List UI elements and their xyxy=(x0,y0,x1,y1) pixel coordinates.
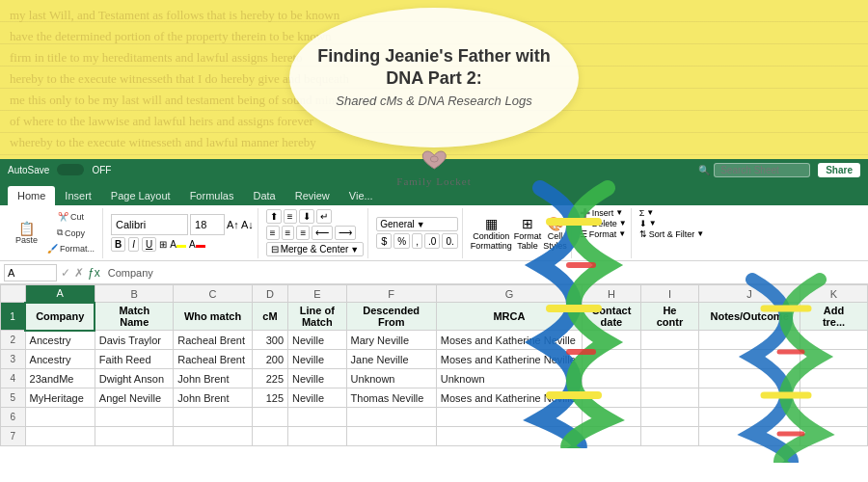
decrease-decimal-button[interactable]: 0. xyxy=(442,233,457,249)
italic-button[interactable]: I xyxy=(128,237,139,252)
cell-g4[interactable]: Unknown xyxy=(436,369,582,388)
cell-f4[interactable]: Unknown xyxy=(346,369,436,388)
cell-h7[interactable] xyxy=(583,427,641,446)
fill-button[interactable]: ⬇ ▼ xyxy=(639,219,657,228)
cell-e6[interactable] xyxy=(288,408,347,427)
underline-button[interactable]: U xyxy=(142,237,156,252)
cell-j3[interactable] xyxy=(699,350,800,369)
cell-f6[interactable] xyxy=(346,408,436,427)
cell-g2[interactable]: Moses and Katherine Neville xyxy=(436,331,582,350)
cell-f5[interactable]: Thomas Neville xyxy=(346,388,436,408)
cell-d5[interactable]: 125 xyxy=(252,388,287,408)
search-input[interactable] xyxy=(714,163,810,177)
cell-j4[interactable] xyxy=(699,369,800,388)
cell-a7[interactable] xyxy=(25,427,95,446)
cell-k7[interactable] xyxy=(800,427,868,446)
format-painter-button[interactable]: 🖌️ Format... xyxy=(43,242,98,255)
cell-h3[interactable] xyxy=(583,350,641,369)
font-color-button[interactable]: A xyxy=(189,239,205,250)
cell-c3[interactable]: Racheal Brent xyxy=(174,350,253,369)
number-format-dropdown[interactable]: General ▼ xyxy=(376,217,458,231)
cell-b5[interactable]: Angel Neville xyxy=(95,388,174,408)
cell-i4[interactable] xyxy=(640,369,699,388)
cell-i6[interactable] xyxy=(640,408,699,427)
col-header-h[interactable]: H xyxy=(583,285,641,303)
cell-a4[interactable]: 23andMe xyxy=(25,369,95,388)
cell-d2[interactable]: 300 xyxy=(252,331,287,350)
align-center-button[interactable]: ≡ xyxy=(282,226,295,240)
header-he-contr[interactable]: Hecontr xyxy=(640,303,699,331)
cell-h4[interactable] xyxy=(583,369,641,388)
cell-e2[interactable]: Neville xyxy=(288,331,347,350)
header-notes[interactable]: Notes/Outcome xyxy=(699,303,800,331)
share-button[interactable]: Share xyxy=(818,163,860,177)
cell-c6[interactable] xyxy=(174,408,253,427)
cell-e4[interactable]: Neville xyxy=(288,369,347,388)
cell-i5[interactable] xyxy=(640,388,699,408)
cell-e5[interactable]: Neville xyxy=(288,388,347,408)
tab-review[interactable]: Review xyxy=(285,186,339,205)
indent-decrease-button[interactable]: ⟵ xyxy=(312,226,333,240)
cell-k5[interactable] xyxy=(800,388,868,408)
cell-h5[interactable] xyxy=(583,388,641,408)
cell-k2[interactable] xyxy=(800,331,868,350)
cell-j5[interactable] xyxy=(699,388,800,408)
cut-button[interactable]: ✂️ Cut xyxy=(43,210,98,224)
cell-g3[interactable]: Moses and Katherine Neville xyxy=(436,350,582,369)
cell-c7[interactable] xyxy=(174,427,253,446)
cell-a2[interactable]: Ancestry xyxy=(25,331,95,350)
col-header-c[interactable]: C xyxy=(174,285,253,303)
cell-i2[interactable] xyxy=(640,331,699,350)
bold-button[interactable]: B xyxy=(111,237,125,252)
cell-j6[interactable] xyxy=(699,408,800,427)
header-cm[interactable]: cM xyxy=(252,303,287,331)
cell-d4[interactable]: 225 xyxy=(252,369,287,388)
tab-view[interactable]: Vie... xyxy=(339,186,383,205)
cell-c4[interactable]: John Brent xyxy=(174,369,253,388)
col-header-f[interactable]: F xyxy=(346,285,436,303)
insert-cells-button[interactable]: ➕ Insert ▼ xyxy=(580,208,623,218)
cell-h2[interactable] xyxy=(583,331,641,350)
cell-g6[interactable] xyxy=(436,408,582,427)
col-header-k[interactable]: K xyxy=(800,285,868,303)
tab-formulas[interactable]: Formulas xyxy=(180,186,244,205)
col-header-j[interactable]: J xyxy=(699,285,800,303)
autosum-button[interactable]: Σ ▼ xyxy=(639,208,655,218)
col-header-i[interactable]: I xyxy=(640,285,699,303)
currency-button[interactable]: $ xyxy=(376,233,392,249)
header-company[interactable]: Company xyxy=(25,303,95,331)
autosave-toggle[interactable] xyxy=(57,164,84,175)
fill-color-button[interactable]: A xyxy=(170,239,186,250)
cell-i3[interactable] xyxy=(640,350,699,369)
cell-k6[interactable] xyxy=(800,408,868,427)
tab-home[interactable]: Home xyxy=(8,186,55,205)
cell-e3[interactable]: Neville xyxy=(288,350,347,369)
wrap-text-button[interactable]: ↵ xyxy=(316,209,332,224)
cell-k3[interactable] xyxy=(800,350,868,369)
header-line-of-match[interactable]: Line ofMatch xyxy=(288,303,347,331)
sort-filter-button[interactable]: ⇅ Sort & Filter ▼ xyxy=(639,229,704,239)
cell-e7[interactable] xyxy=(288,427,347,446)
cell-a3[interactable]: Ancestry xyxy=(25,350,95,369)
cell-f7[interactable] xyxy=(346,427,436,446)
merge-center-button[interactable]: ⊟ Merge & Center ▼ xyxy=(266,242,365,256)
cell-g7[interactable] xyxy=(436,427,582,446)
cell-j2[interactable] xyxy=(699,331,800,350)
col-header-e[interactable]: E xyxy=(288,285,347,303)
cell-j7[interactable] xyxy=(699,427,800,446)
cell-d6[interactable] xyxy=(252,408,287,427)
align-middle-button[interactable]: ≡ xyxy=(284,209,297,224)
paste-button[interactable]: 📋 Paste xyxy=(12,220,41,247)
comma-button[interactable]: , xyxy=(412,233,422,249)
cell-reference-box[interactable]: A xyxy=(4,264,57,281)
increase-font-button[interactable]: A↑ xyxy=(227,219,239,230)
cell-d7[interactable] xyxy=(252,427,287,446)
header-contact-date[interactable]: Contactdate xyxy=(583,303,641,331)
cell-b7[interactable] xyxy=(95,427,174,446)
cell-f2[interactable]: Mary Neville xyxy=(346,331,436,350)
tab-insert[interactable]: Insert xyxy=(55,186,101,205)
header-mrca[interactable]: MRCA xyxy=(436,303,582,331)
cell-a5[interactable]: MyHeritage xyxy=(25,388,95,408)
cell-c5[interactable]: John Brent xyxy=(174,388,253,408)
decrease-font-button[interactable]: A↓ xyxy=(241,219,254,230)
